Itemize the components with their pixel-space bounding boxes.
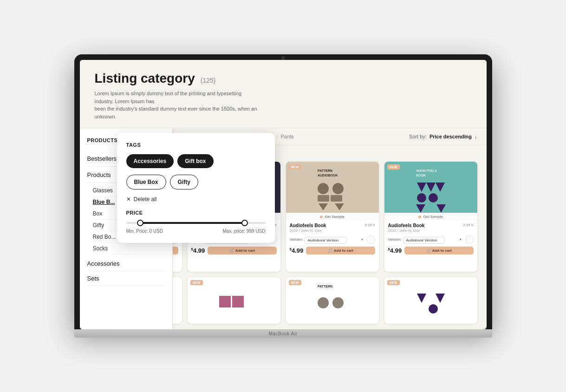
svg-text:PATTERN: PATTERN [318,169,332,172]
delete-all-icon: ✕ [126,196,131,203]
svg-text:BOOK: BOOK [416,174,426,177]
svg-rect-41 [219,296,231,307]
sort-label: Sort by: [409,134,427,139]
price-slider-fill [140,222,245,224]
version-select-4[interactable]: Audiobook Version [403,237,445,244]
product-info-4: Audiofeels Book 2:15 h 2022 / John N. Do… [384,220,477,257]
price-slider-min-handle[interactable] [137,220,143,226]
product-card-7: NEW PATTERN [286,277,379,324]
sidebar-bestsellers-label: Bestsellers [87,155,117,162]
sidebar-accessories-label: Accessories [87,260,120,267]
get-sample-label-3: Get Sample [325,215,344,219]
price-max-label: Max. price: 999 USD [222,229,265,234]
price-range-labels: Min. Price: 0 USD Max. price: 999 USD [126,229,266,234]
tags-row-2: Blue Box Gifty [126,175,266,189]
price-2: $4.99 [191,247,205,254]
sort-area: Sort by: Price descending ↓ [409,134,477,139]
page-count: (125) [201,77,216,84]
delete-all-btn[interactable]: ✕ Delete all [126,196,266,203]
svg-text:PATTERN: PATTERN [318,285,332,288]
svg-rect-30 [417,193,426,203]
svg-point-19 [318,183,329,194]
svg-point-45 [332,297,344,308]
get-sample-label-4: Get Sample [423,215,442,219]
svg-text:LANGUAGE: LANGUAGE [219,289,238,293]
price-row-4: $4.99 🛒 Add to cart [388,247,474,255]
product-meta-3: 2022 / John N. Doe [290,229,375,233]
product-card-6: NEW VISUAL LANGUAGE [188,277,280,324]
svg-marker-47 [417,294,426,303]
get-sample-btn-3[interactable]: Get Sample [286,213,379,220]
product-info-3: Audiofeels Book 2:15 h 2022 / John N. Do… [286,220,379,257]
price-section-title: PRICE [126,210,266,216]
wishlist-btn-4[interactable]: ♡ [465,235,474,244]
svg-rect-49 [429,304,438,314]
version-select-3[interactable]: Audiobook Version [305,237,346,244]
svg-rect-22 [331,195,342,202]
product-name-4: Audiofeels Book [388,223,425,228]
svg-marker-48 [436,294,445,303]
svg-text:AUDIOFEELS: AUDIOFEELS [416,285,437,288]
svg-text:AUDIOBOOK: AUDIOBOOK [318,174,338,177]
version-row-3: Version: Audiobook Version ♡ [290,235,375,244]
product-card-8: NEW AUDIOFEELS [384,277,477,324]
product-duration-3: 2:15 h [364,223,375,227]
add-cart-btn-4[interactable]: 🛒 Add to cart [404,247,473,255]
svg-marker-23 [319,203,328,210]
price-4: $4.99 [388,247,402,254]
svg-marker-27 [417,183,426,192]
tags-section-title: TAGS [126,142,266,148]
tag-blue-box[interactable]: Blue Box [126,175,166,189]
add-cart-btn-2[interactable]: 🛒 Add to cart [208,247,276,255]
wishlist-btn-3[interactable]: ♡ [367,235,375,244]
page-title: Listing category [95,71,195,86]
macbook-label: MacBook Air [269,331,298,336]
add-cart-btn-3[interactable]: 🛒 Add to cart [306,247,375,255]
product-image-4: NEW AUDIOFEELS BOOK [384,162,477,213]
price-slider-track [126,222,266,224]
sidebar-products-label: Products [87,171,111,178]
tag-gifty[interactable]: Gifty [170,175,198,189]
product-card-3: NEW PATTERN AUDIOBOOK [286,162,379,272]
laptop-screen-outer: Listing category (125) Lorem Ipsum is si… [74,54,492,329]
svg-point-20 [332,183,344,194]
svg-point-44 [318,297,329,308]
laptop-camera [281,56,285,60]
svg-text:AUDIOFEELS: AUDIOFEELS [416,169,437,172]
sidebar-sets-label: Sets [87,275,99,282]
new-badge-3: NEW [289,164,301,170]
laptop-mockup: Listing category (125) Lorem Ipsum is si… [74,54,492,338]
svg-marker-24 [335,203,344,210]
filter-popup: TAGS Accessories Gift box Blue Box Gifty [117,133,275,243]
sidebar-item-sets[interactable]: Sets [87,271,165,286]
product-meta-4: 2022 / John N. Doe [388,229,474,233]
page-header: Listing category (125) Lorem Ipsum is si… [80,60,487,128]
price-min-label: Min. Price: 0 USD [126,229,163,234]
svg-rect-21 [318,195,329,202]
tag-gift-box[interactable]: Gift box [177,154,213,168]
breadcrumb-pants[interactable]: Pants [280,134,293,139]
product-duration-4: 2:15 h [463,223,473,227]
svg-marker-32 [416,204,425,213]
sidebar-item-accessories[interactable]: Accessories [87,256,165,271]
price-slider-max-handle[interactable] [241,220,248,226]
get-sample-btn-4[interactable]: Get Sample [384,213,477,220]
svg-marker-33 [436,204,446,213]
sidebar-sub-socks[interactable]: Socks [93,243,165,255]
laptop-base: MacBook Air [74,329,492,338]
product-card-4: NEW AUDIOFEELS BOOK [384,162,477,272]
new-badge-4: NEW [387,164,400,170]
svg-marker-28 [426,183,436,192]
svg-marker-29 [436,183,445,192]
sort-value[interactable]: Price descending [429,134,472,139]
laptop-screen: Listing category (125) Lorem Ipsum is si… [80,60,487,329]
sort-arrow: ↓ [475,134,477,139]
page-description-line2: been the industry's standard dummy text … [95,105,262,120]
page-description-line1: Lorem Ipsum is simply dummy text of the … [95,90,262,105]
version-row-4: Version: Audiobook Version ♡ [388,235,474,244]
price-row-2: $4.99 🛒 Add to cart [191,247,277,255]
svg-text:VISUAL: VISUAL [219,285,231,288]
product-image-3: NEW PATTERN AUDIOBOOK [286,162,379,213]
tag-accessories[interactable]: Accessories [126,154,174,168]
price-row-3: $4.99 🛒 Add to cart [290,247,375,255]
